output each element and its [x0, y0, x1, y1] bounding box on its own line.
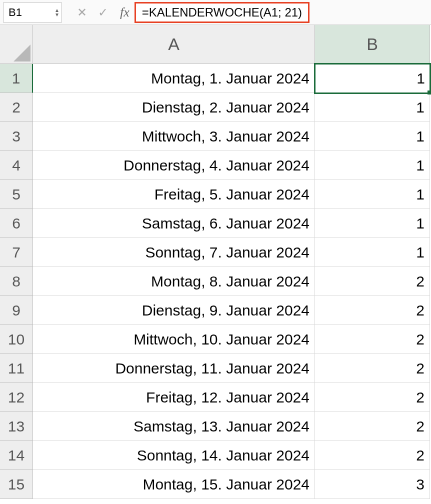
spreadsheet-grid[interactable]: A B 1Montag, 1. Januar 202412Dienstag, 2…	[0, 25, 431, 499]
cell[interactable]: 1	[315, 122, 430, 151]
row-header[interactable]: 3	[0, 122, 33, 151]
confirm-icon[interactable]: ✓	[98, 6, 108, 20]
cell[interactable]: Montag, 8. Januar 2024	[33, 267, 315, 296]
cell[interactable]: 2	[315, 325, 430, 354]
cell[interactable]: Samstag, 6. Januar 2024	[33, 209, 315, 238]
cell[interactable]: 1	[315, 151, 430, 180]
cell[interactable]: 1	[315, 238, 430, 267]
cell[interactable]: 2	[315, 296, 430, 325]
row-header[interactable]: 13	[0, 412, 33, 441]
row-header[interactable]: 12	[0, 383, 33, 412]
formula-bar: B1 ▴ ▾ ✕ ✓ fx =KALENDERWOCHE(A1; 21)	[0, 0, 431, 25]
cell[interactable]: Donnerstag, 11. Januar 2024	[33, 354, 315, 383]
cell[interactable]: Mittwoch, 10. Januar 2024	[33, 325, 315, 354]
cell[interactable]: 1	[315, 180, 430, 209]
fx-label[interactable]: fx	[120, 5, 130, 20]
column-header-a[interactable]: A	[33, 25, 315, 64]
cell[interactable]: Freitag, 12. Januar 2024	[33, 383, 315, 412]
cell[interactable]: 2	[315, 267, 430, 296]
row-header[interactable]: 8	[0, 267, 33, 296]
cell[interactable]: Mittwoch, 3. Januar 2024	[33, 122, 315, 151]
cell[interactable]: Samstag, 13. Januar 2024	[33, 412, 315, 441]
cell[interactable]: Montag, 1. Januar 2024	[33, 64, 315, 93]
cell[interactable]: 3	[315, 470, 430, 499]
row-header[interactable]: 5	[0, 180, 33, 209]
name-box-value: B1	[8, 6, 22, 19]
cell[interactable]: Sonntag, 7. Januar 2024	[33, 238, 315, 267]
row-header[interactable]: 6	[0, 209, 33, 238]
formula-bar-icons: ✕ ✓	[77, 6, 108, 20]
cell[interactable]: Dienstag, 9. Januar 2024	[33, 296, 315, 325]
row-header[interactable]: 2	[0, 93, 33, 122]
row-header[interactable]: 9	[0, 296, 33, 325]
cell[interactable]: Donnerstag, 4. Januar 2024	[33, 151, 315, 180]
spinner-down-icon[interactable]: ▾	[56, 12, 58, 17]
cell[interactable]: Montag, 15. Januar 2024	[33, 470, 315, 499]
cell[interactable]: 1	[315, 209, 430, 238]
row-header[interactable]: 10	[0, 325, 33, 354]
cell[interactable]: 2	[315, 383, 430, 412]
cell[interactable]: 2	[315, 441, 430, 470]
row-header[interactable]: 7	[0, 238, 33, 267]
row-header[interactable]: 11	[0, 354, 33, 383]
row-header[interactable]: 1	[0, 64, 33, 93]
cell[interactable]: Dienstag, 2. Januar 2024	[33, 93, 315, 122]
cell[interactable]: 2	[315, 354, 430, 383]
row-header[interactable]: 14	[0, 441, 33, 470]
name-box-spinner[interactable]: ▴ ▾	[56, 8, 58, 17]
formula-input[interactable]: =KALENDERWOCHE(A1; 21)	[134, 2, 310, 23]
select-all-corner[interactable]	[0, 25, 33, 64]
cell[interactable]: 1	[315, 93, 430, 122]
cell[interactable]: Freitag, 5. Januar 2024	[33, 180, 315, 209]
name-box[interactable]: B1 ▴ ▾	[3, 2, 62, 22]
cell[interactable]: Sonntag, 14. Januar 2024	[33, 441, 315, 470]
cell[interactable]: 2	[315, 412, 430, 441]
row-header[interactable]: 15	[0, 470, 33, 499]
cell[interactable]: 1	[315, 64, 430, 93]
cancel-icon[interactable]: ✕	[77, 6, 87, 20]
row-header[interactable]: 4	[0, 151, 33, 180]
column-header-b[interactable]: B	[315, 25, 430, 64]
formula-text: =KALENDERWOCHE(A1; 21)	[142, 6, 302, 20]
